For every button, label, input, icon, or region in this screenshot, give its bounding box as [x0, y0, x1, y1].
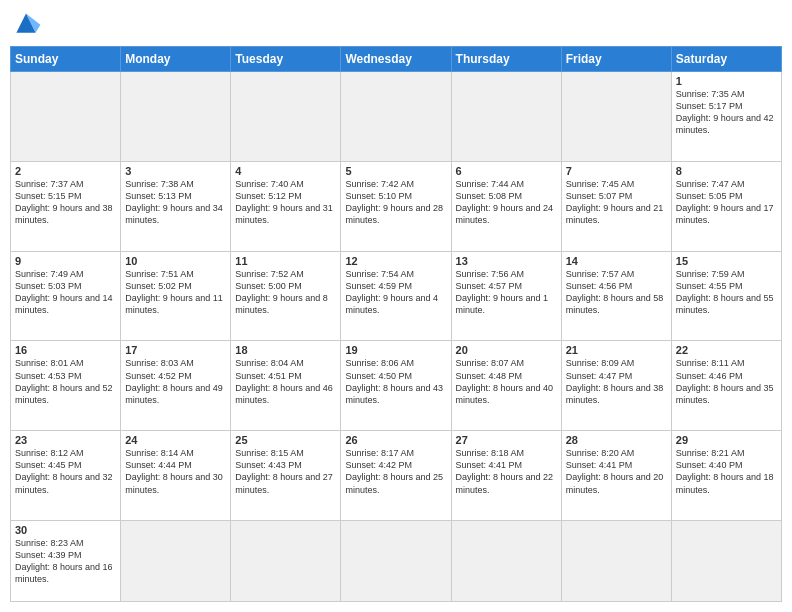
- calendar-cell: 7Sunrise: 7:45 AM Sunset: 5:07 PM Daylig…: [561, 161, 671, 251]
- calendar-cell: 19Sunrise: 8:06 AM Sunset: 4:50 PM Dayli…: [341, 341, 451, 431]
- calendar-cell: [341, 520, 451, 601]
- day-number: 10: [125, 255, 226, 267]
- day-info: Sunrise: 8:18 AM Sunset: 4:41 PM Dayligh…: [456, 447, 557, 496]
- day-number: 29: [676, 434, 777, 446]
- calendar-cell: 5Sunrise: 7:42 AM Sunset: 5:10 PM Daylig…: [341, 161, 451, 251]
- day-info: Sunrise: 7:56 AM Sunset: 4:57 PM Dayligh…: [456, 268, 557, 317]
- calendar-cell: 29Sunrise: 8:21 AM Sunset: 4:40 PM Dayli…: [671, 431, 781, 521]
- calendar-cell: 24Sunrise: 8:14 AM Sunset: 4:44 PM Dayli…: [121, 431, 231, 521]
- day-info: Sunrise: 8:06 AM Sunset: 4:50 PM Dayligh…: [345, 357, 446, 406]
- day-info: Sunrise: 8:15 AM Sunset: 4:43 PM Dayligh…: [235, 447, 336, 496]
- day-number: 26: [345, 434, 446, 446]
- calendar-cell: 23Sunrise: 8:12 AM Sunset: 4:45 PM Dayli…: [11, 431, 121, 521]
- day-number: 8: [676, 165, 777, 177]
- calendar-cell: 8Sunrise: 7:47 AM Sunset: 5:05 PM Daylig…: [671, 161, 781, 251]
- day-info: Sunrise: 7:44 AM Sunset: 5:08 PM Dayligh…: [456, 178, 557, 227]
- calendar-cell: 17Sunrise: 8:03 AM Sunset: 4:52 PM Dayli…: [121, 341, 231, 431]
- day-number: 5: [345, 165, 446, 177]
- day-number: 14: [566, 255, 667, 267]
- header: [10, 10, 782, 38]
- col-header-thursday: Thursday: [451, 47, 561, 72]
- calendar-cell: 13Sunrise: 7:56 AM Sunset: 4:57 PM Dayli…: [451, 251, 561, 341]
- day-number: 24: [125, 434, 226, 446]
- day-number: 20: [456, 344, 557, 356]
- day-number: 3: [125, 165, 226, 177]
- day-number: 12: [345, 255, 446, 267]
- day-number: 21: [566, 344, 667, 356]
- calendar-cell: 4Sunrise: 7:40 AM Sunset: 5:12 PM Daylig…: [231, 161, 341, 251]
- day-info: Sunrise: 7:51 AM Sunset: 5:02 PM Dayligh…: [125, 268, 226, 317]
- calendar-cell: 18Sunrise: 8:04 AM Sunset: 4:51 PM Dayli…: [231, 341, 341, 431]
- day-info: Sunrise: 7:38 AM Sunset: 5:13 PM Dayligh…: [125, 178, 226, 227]
- calendar-cell: 22Sunrise: 8:11 AM Sunset: 4:46 PM Dayli…: [671, 341, 781, 431]
- calendar-header-row: SundayMondayTuesdayWednesdayThursdayFrid…: [11, 47, 782, 72]
- calendar-cell: [561, 72, 671, 162]
- calendar-cell: 2Sunrise: 7:37 AM Sunset: 5:15 PM Daylig…: [11, 161, 121, 251]
- day-number: 11: [235, 255, 336, 267]
- calendar-week-row: 30Sunrise: 8:23 AM Sunset: 4:39 PM Dayli…: [11, 520, 782, 601]
- calendar-cell: 16Sunrise: 8:01 AM Sunset: 4:53 PM Dayli…: [11, 341, 121, 431]
- calendar-cell: [231, 72, 341, 162]
- day-number: 4: [235, 165, 336, 177]
- day-number: 30: [15, 524, 116, 536]
- calendar-table: SundayMondayTuesdayWednesdayThursdayFrid…: [10, 46, 782, 602]
- calendar-week-row: 2Sunrise: 7:37 AM Sunset: 5:15 PM Daylig…: [11, 161, 782, 251]
- calendar-cell: 6Sunrise: 7:44 AM Sunset: 5:08 PM Daylig…: [451, 161, 561, 251]
- calendar-cell: [121, 72, 231, 162]
- calendar-week-row: 1Sunrise: 7:35 AM Sunset: 5:17 PM Daylig…: [11, 72, 782, 162]
- day-info: Sunrise: 7:47 AM Sunset: 5:05 PM Dayligh…: [676, 178, 777, 227]
- day-number: 16: [15, 344, 116, 356]
- logo: [10, 10, 46, 38]
- logo-icon: [10, 10, 42, 38]
- calendar-cell: 25Sunrise: 8:15 AM Sunset: 4:43 PM Dayli…: [231, 431, 341, 521]
- day-info: Sunrise: 7:35 AM Sunset: 5:17 PM Dayligh…: [676, 88, 777, 137]
- col-header-monday: Monday: [121, 47, 231, 72]
- day-number: 18: [235, 344, 336, 356]
- calendar-week-row: 23Sunrise: 8:12 AM Sunset: 4:45 PM Dayli…: [11, 431, 782, 521]
- day-info: Sunrise: 8:04 AM Sunset: 4:51 PM Dayligh…: [235, 357, 336, 406]
- day-number: 25: [235, 434, 336, 446]
- day-info: Sunrise: 8:14 AM Sunset: 4:44 PM Dayligh…: [125, 447, 226, 496]
- calendar-cell: 11Sunrise: 7:52 AM Sunset: 5:00 PM Dayli…: [231, 251, 341, 341]
- day-info: Sunrise: 8:21 AM Sunset: 4:40 PM Dayligh…: [676, 447, 777, 496]
- day-info: Sunrise: 8:23 AM Sunset: 4:39 PM Dayligh…: [15, 537, 116, 586]
- calendar-week-row: 9Sunrise: 7:49 AM Sunset: 5:03 PM Daylig…: [11, 251, 782, 341]
- calendar-cell: 14Sunrise: 7:57 AM Sunset: 4:56 PM Dayli…: [561, 251, 671, 341]
- day-info: Sunrise: 7:54 AM Sunset: 4:59 PM Dayligh…: [345, 268, 446, 317]
- day-info: Sunrise: 7:40 AM Sunset: 5:12 PM Dayligh…: [235, 178, 336, 227]
- calendar-cell: 30Sunrise: 8:23 AM Sunset: 4:39 PM Dayli…: [11, 520, 121, 601]
- calendar-cell: 27Sunrise: 8:18 AM Sunset: 4:41 PM Dayli…: [451, 431, 561, 521]
- day-info: Sunrise: 7:59 AM Sunset: 4:55 PM Dayligh…: [676, 268, 777, 317]
- day-info: Sunrise: 8:01 AM Sunset: 4:53 PM Dayligh…: [15, 357, 116, 406]
- calendar-cell: [451, 520, 561, 601]
- page: SundayMondayTuesdayWednesdayThursdayFrid…: [0, 0, 792, 612]
- day-number: 27: [456, 434, 557, 446]
- day-info: Sunrise: 8:03 AM Sunset: 4:52 PM Dayligh…: [125, 357, 226, 406]
- day-number: 2: [15, 165, 116, 177]
- calendar-cell: 3Sunrise: 7:38 AM Sunset: 5:13 PM Daylig…: [121, 161, 231, 251]
- day-number: 1: [676, 75, 777, 87]
- calendar-cell: [671, 520, 781, 601]
- day-info: Sunrise: 8:12 AM Sunset: 4:45 PM Dayligh…: [15, 447, 116, 496]
- calendar-cell: 21Sunrise: 8:09 AM Sunset: 4:47 PM Dayli…: [561, 341, 671, 431]
- col-header-friday: Friday: [561, 47, 671, 72]
- day-info: Sunrise: 7:52 AM Sunset: 5:00 PM Dayligh…: [235, 268, 336, 317]
- day-info: Sunrise: 8:11 AM Sunset: 4:46 PM Dayligh…: [676, 357, 777, 406]
- calendar-cell: 28Sunrise: 8:20 AM Sunset: 4:41 PM Dayli…: [561, 431, 671, 521]
- day-number: 6: [456, 165, 557, 177]
- col-header-wednesday: Wednesday: [341, 47, 451, 72]
- col-header-saturday: Saturday: [671, 47, 781, 72]
- col-header-tuesday: Tuesday: [231, 47, 341, 72]
- calendar-cell: 1Sunrise: 7:35 AM Sunset: 5:17 PM Daylig…: [671, 72, 781, 162]
- calendar-cell: [11, 72, 121, 162]
- day-info: Sunrise: 7:49 AM Sunset: 5:03 PM Dayligh…: [15, 268, 116, 317]
- calendar-cell: [121, 520, 231, 601]
- day-number: 23: [15, 434, 116, 446]
- col-header-sunday: Sunday: [11, 47, 121, 72]
- day-number: 7: [566, 165, 667, 177]
- calendar-cell: 26Sunrise: 8:17 AM Sunset: 4:42 PM Dayli…: [341, 431, 451, 521]
- day-info: Sunrise: 8:17 AM Sunset: 4:42 PM Dayligh…: [345, 447, 446, 496]
- day-info: Sunrise: 7:42 AM Sunset: 5:10 PM Dayligh…: [345, 178, 446, 227]
- day-number: 15: [676, 255, 777, 267]
- calendar-cell: 12Sunrise: 7:54 AM Sunset: 4:59 PM Dayli…: [341, 251, 451, 341]
